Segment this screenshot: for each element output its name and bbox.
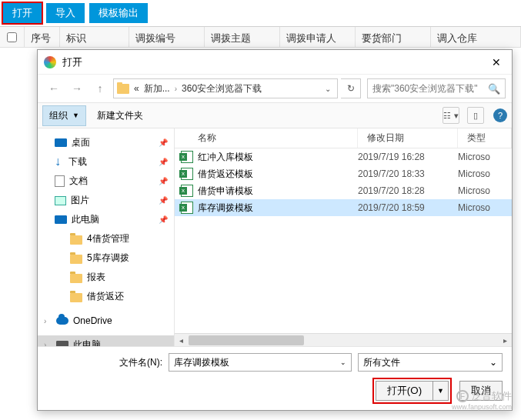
back-button[interactable]: ← (44, 78, 64, 98)
grid-header: 序号 标识 调拨编号 调拨主题 调拨申请人 要货部门 调入仓库 (0, 26, 521, 48)
pin-icon: 📌 (159, 138, 168, 147)
file-row[interactable]: 借货返还模板2019/7/20 18:33Microso (175, 165, 512, 182)
open-button-group: 打开(O) ▼ (372, 378, 452, 404)
filename-label: 文件名(N): (47, 356, 162, 369)
folder-icon (70, 274, 82, 283)
file-row[interactable]: 借货申请模板2019/7/20 18:28Microso (175, 182, 512, 199)
file-row[interactable]: 红冲入库模板2019/7/19 16:28Microso (175, 148, 512, 165)
excel-icon (181, 202, 193, 214)
chevron-down-icon[interactable]: ⌄ (489, 357, 497, 368)
tree-folder-3[interactable]: 报表 (38, 268, 174, 287)
crumb-1[interactable]: 新加... (144, 82, 170, 95)
crumb-ellipsis[interactable]: « (134, 83, 139, 94)
folder-icon (117, 84, 129, 94)
template-output-button[interactable]: 模板输出 (89, 3, 148, 23)
col-type[interactable]: 类型 (458, 128, 512, 148)
chevron-down-icon[interactable]: ⌄ (340, 358, 346, 366)
expand-icon[interactable]: › (44, 341, 46, 346)
tree-onedrive[interactable]: ›OneDrive (38, 312, 174, 329)
tree-folder-2[interactable]: 5库存调拨 (38, 248, 174, 268)
pin-icon: 📌 (159, 177, 168, 185)
open-file-button[interactable]: 打开(O) (376, 381, 433, 401)
file-row[interactable]: 库存调拨模板2019/7/20 18:59Microso (175, 199, 512, 216)
open-dropdown-button[interactable]: ▼ (433, 381, 449, 401)
chevron-down-icon: ▼ (72, 112, 79, 119)
expand-icon[interactable]: › (44, 317, 46, 325)
dialog-title: 打开 (62, 55, 487, 69)
forward-button[interactable]: → (67, 78, 87, 98)
pc-icon (55, 215, 67, 224)
picture-icon (55, 196, 66, 205)
help-icon[interactable]: ? (493, 108, 507, 122)
import-button[interactable]: 导入 (46, 3, 85, 23)
tree-folder-4[interactable]: 借货返还 (38, 287, 174, 306)
folder-icon (70, 235, 82, 245)
up-button[interactable]: ↑ (90, 78, 110, 98)
col-applicant[interactable]: 调拨申请人 (280, 27, 356, 47)
horizontal-scrollbar[interactable]: ◂ ▸ (175, 333, 512, 346)
folder-icon (70, 255, 82, 264)
folder-tree[interactable]: 桌面📌 下载📌 文档📌 图片📌 此电脑📌 4借货管理 5库存调拨 报表 借货返还… (38, 128, 175, 346)
excel-icon (181, 168, 193, 180)
chevron-right-icon: › (175, 85, 177, 93)
search-input[interactable]: 🔍 (367, 78, 506, 98)
app-icon (44, 56, 56, 68)
pin-icon: 📌 (159, 158, 168, 166)
scroll-thumb[interactable] (189, 335, 304, 345)
open-button[interactable]: 打开 (3, 3, 42, 23)
select-all-checkbox[interactable] (7, 32, 17, 42)
file-list[interactable]: 红冲入库模板2019/7/19 16:28Microso 借货返还模板2019/… (175, 148, 512, 333)
col-date[interactable]: 修改日期 (358, 128, 458, 148)
scroll-right-icon[interactable]: ▸ (499, 336, 512, 345)
tree-pictures[interactable]: 图片📌 (38, 191, 174, 210)
filename-input[interactable]: 库存调拨模板⌄ (169, 353, 352, 372)
tree-this-pc-2[interactable]: ›此电脑 (38, 335, 174, 346)
breadcrumb[interactable]: « 新加... › 360安全浏览器下载 ⌄ (113, 78, 338, 98)
search-field[interactable] (372, 83, 488, 94)
document-icon (55, 175, 65, 187)
tree-desktop[interactable]: 桌面📌 (38, 133, 174, 152)
cloud-icon (56, 317, 68, 325)
view-options-button[interactable]: ☷ ▾ (443, 107, 459, 124)
pin-icon: 📌 (159, 196, 168, 205)
search-icon: 🔍 (488, 83, 500, 95)
tree-downloads[interactable]: 下载📌 (38, 152, 174, 172)
download-icon (55, 157, 64, 168)
refresh-button[interactable]: ↻ (341, 78, 361, 98)
path-dropdown-icon[interactable]: ⌄ (322, 85, 334, 93)
col-code[interactable]: 调拨编号 (129, 27, 205, 47)
tree-folder-1[interactable]: 4借货管理 (38, 229, 174, 248)
desktop-icon (55, 138, 67, 147)
pc-icon (56, 341, 68, 346)
col-seq[interactable]: 序号 (25, 27, 60, 47)
col-subject[interactable]: 调拨主题 (205, 27, 280, 47)
file-filter-select[interactable]: 所有文件⌄ (358, 353, 503, 372)
preview-pane-button[interactable]: ▯ (467, 107, 484, 124)
scroll-left-icon[interactable]: ◂ (175, 336, 188, 345)
cancel-button[interactable]: 取消 (459, 381, 503, 401)
crumb-2[interactable]: 360安全浏览器下载 (182, 82, 262, 95)
col-in-warehouse[interactable]: 调入仓库 (431, 27, 521, 47)
file-list-header: 名称 修改日期 类型 (175, 128, 512, 148)
col-flag[interactable]: 标识 (60, 27, 129, 47)
excel-icon (181, 185, 193, 197)
col-dept[interactable]: 要货部门 (356, 27, 431, 47)
excel-icon (181, 151, 193, 163)
folder-icon (70, 293, 82, 302)
tree-this-pc[interactable]: 此电脑📌 (38, 210, 174, 229)
tree-documents[interactable]: 文档📌 (38, 172, 174, 191)
close-icon[interactable]: ✕ (487, 56, 506, 68)
open-file-dialog: 打开 ✕ ← → ↑ « 新加... › 360安全浏览器下载 ⌄ ↻ 🔍 组织… (37, 49, 513, 411)
organize-button[interactable]: 组织▼ (42, 105, 86, 126)
new-folder-button[interactable]: 新建文件夹 (91, 106, 149, 125)
col-name[interactable]: 名称 (175, 128, 358, 148)
pin-icon: 📌 (159, 215, 168, 224)
